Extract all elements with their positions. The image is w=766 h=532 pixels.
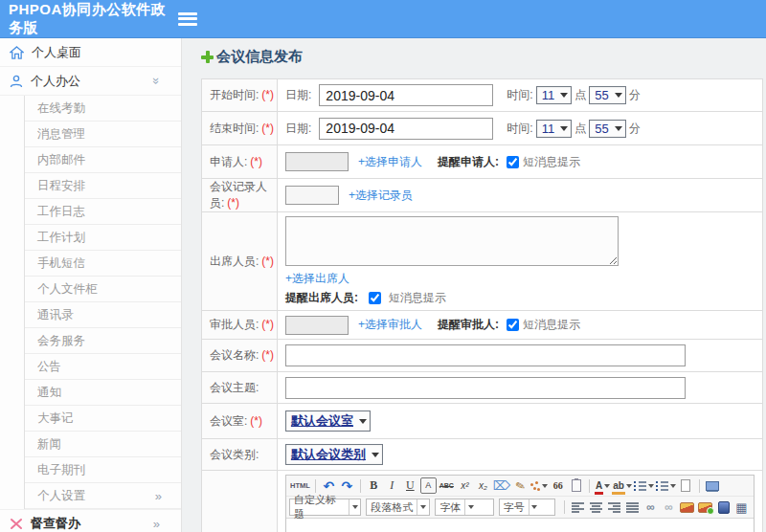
paste-icon[interactable] bbox=[568, 477, 584, 494]
sidebar-item-messages[interactable]: 消息管理 bbox=[25, 122, 181, 147]
insert-media-button[interactable] bbox=[715, 499, 732, 516]
sidebar-item-label: 督查督办 bbox=[31, 515, 80, 532]
highlight-color-button[interactable]: ab bbox=[613, 477, 632, 494]
menu-toggle-icon[interactable] bbox=[178, 12, 197, 26]
sidebar-item-work-plan[interactable]: 工作计划 bbox=[25, 225, 181, 251]
sidebar-item-label: 消息管理 bbox=[37, 126, 85, 143]
start-date-input[interactable] bbox=[319, 84, 493, 106]
superscript-button[interactable]: x² bbox=[457, 477, 473, 494]
sidebar-item-news[interactable]: 新闻 bbox=[25, 432, 181, 457]
spray-dots-icon bbox=[530, 481, 540, 491]
app-header: PHPOA协同办公软件政务版 bbox=[0, 0, 766, 38]
select-value: 自定义标题 bbox=[294, 493, 345, 521]
end-minute-select[interactable]: 55 bbox=[589, 120, 625, 138]
insert-table-icon[interactable]: ▦ bbox=[733, 499, 750, 516]
align-right-button[interactable] bbox=[606, 499, 622, 516]
font-size-select[interactable]: 字号 bbox=[499, 499, 555, 516]
sidebar-item-supervision[interactable]: 督查督办 » bbox=[0, 509, 181, 532]
sidebar-item-personal-settings[interactable]: 个人设置» bbox=[25, 483, 181, 509]
sms-label: 短消息提示 bbox=[389, 291, 446, 304]
choose-approver-link[interactable]: +选择审批人 bbox=[358, 317, 422, 333]
align-justify-button[interactable] bbox=[624, 499, 641, 516]
sidebar-item-sms[interactable]: 手机短信 bbox=[25, 251, 181, 277]
sidebar-item-internal-mail[interactable]: 内部邮件 bbox=[25, 147, 181, 173]
format-painter-icon[interactable] bbox=[530, 477, 548, 494]
approver-input[interactable] bbox=[285, 316, 349, 335]
sidebar-item-contacts[interactable]: 通讯录 bbox=[25, 302, 181, 328]
editor-content-area[interactable] bbox=[286, 519, 754, 532]
choose-recorder-link[interactable]: +选择记录员 bbox=[349, 188, 413, 204]
italic-button[interactable]: I bbox=[384, 477, 400, 494]
font-color-button[interactable]: A bbox=[595, 477, 611, 494]
meeting-subject-input[interactable] bbox=[285, 377, 686, 399]
remove-link-icon[interactable]: ∞ bbox=[661, 499, 677, 516]
char-border-button[interactable]: A bbox=[420, 477, 437, 494]
remind-applicant-label: 提醒申请人: bbox=[438, 154, 499, 170]
sidebar-item-label: 个人文件柜 bbox=[37, 281, 98, 298]
upload-image-button[interactable] bbox=[697, 499, 713, 516]
start-hour-select[interactable]: 11 bbox=[536, 86, 573, 104]
blockquote-button[interactable]: 66 bbox=[550, 477, 566, 494]
bullet-list-button[interactable] bbox=[656, 477, 676, 494]
applicant-input[interactable] bbox=[285, 152, 349, 171]
approver-sms-checkbox[interactable] bbox=[507, 319, 519, 331]
meeting-category-select[interactable]: 默认会议类别 bbox=[285, 444, 383, 465]
remove-format-icon[interactable]: ⌦ bbox=[493, 477, 510, 494]
end-date-input[interactable] bbox=[319, 118, 493, 140]
undo-icon[interactable]: ↶ bbox=[321, 477, 337, 494]
html-source-button[interactable]: HTML bbox=[290, 477, 310, 494]
sidebar-item-schedule[interactable]: 日程安排 bbox=[25, 173, 181, 199]
format-brush-icon[interactable]: ✎ bbox=[510, 476, 530, 496]
choose-attendee-link[interactable]: +选择出席人 bbox=[285, 272, 349, 285]
sidebar-item-attendance[interactable]: 在线考勤 bbox=[25, 96, 181, 122]
choose-applicant-link[interactable]: +选择申请人 bbox=[358, 154, 422, 170]
editor-toolbar-row2: 自定义标题 段落格式 字体 字号 ∞ ∞ bbox=[286, 497, 754, 519]
heading-style-select[interactable]: 自定义标题 bbox=[289, 499, 361, 516]
font-family-select[interactable]: 字体 bbox=[435, 499, 493, 516]
sidebar-item-events[interactable]: 大事记 bbox=[25, 406, 181, 432]
sidebar-item-announcement[interactable]: 公告 bbox=[25, 354, 181, 380]
underline-button[interactable]: U bbox=[402, 477, 418, 494]
subscript-button[interactable]: x₂ bbox=[475, 477, 491, 494]
align-left-button[interactable] bbox=[570, 499, 586, 516]
plus-icon bbox=[201, 51, 214, 63]
sidebar-item-e-journal[interactable]: 电子期刊 bbox=[25, 457, 181, 483]
paragraph-format-select[interactable]: 段落格式 bbox=[366, 499, 430, 516]
redo-icon[interactable]: ↷ bbox=[339, 477, 355, 494]
strikethrough-button[interactable]: ABC bbox=[439, 477, 455, 494]
bold-button[interactable]: B bbox=[366, 477, 382, 494]
sidebar-item-desktop[interactable]: 个人桌面 bbox=[0, 38, 181, 67]
editor-toolbar-row1: HTML ↶ ↷ B I U A ABC x² x₂ ⌦ bbox=[286, 476, 754, 497]
sidebar-item-meeting-service[interactable]: 会务服务 bbox=[25, 328, 181, 354]
sidebar-item-file-cabinet[interactable]: 个人文件柜 bbox=[25, 277, 181, 302]
sidebar-item-work-log[interactable]: 工作日志 bbox=[25, 199, 181, 225]
new-page-button[interactable] bbox=[678, 477, 694, 494]
recorder-input[interactable] bbox=[285, 186, 339, 205]
end-hour-select[interactable]: 11 bbox=[536, 120, 573, 138]
meeting-room-select[interactable]: 默认会议室 bbox=[285, 410, 371, 432]
insert-image-button[interactable] bbox=[679, 499, 695, 516]
start-minute-select[interactable]: 55 bbox=[589, 86, 625, 104]
insert-link-icon[interactable]: ∞ bbox=[642, 499, 659, 516]
required-mark: (*) bbox=[261, 88, 274, 101]
fullscreen-button[interactable] bbox=[705, 477, 721, 494]
applicant-label: 申请人: bbox=[210, 155, 247, 168]
table-row: 会议记录人员:(*) +选择记录员 bbox=[202, 179, 763, 212]
applicant-sms-checkbox[interactable] bbox=[507, 156, 519, 168]
caret-down-icon bbox=[648, 484, 654, 491]
date-label: 日期: bbox=[285, 87, 311, 103]
supervision-icon bbox=[10, 518, 23, 530]
start-time-label: 开始时间: bbox=[210, 88, 259, 101]
sidebar-item-office[interactable]: 个人办公 » bbox=[0, 67, 181, 96]
numbered-list-button[interactable] bbox=[634, 477, 654, 494]
meeting-name-input[interactable] bbox=[285, 344, 686, 366]
attendee-textarea[interactable] bbox=[285, 216, 619, 266]
highlight-icon: ab bbox=[613, 481, 624, 491]
date-label: 日期: bbox=[285, 121, 311, 137]
sidebar-item-notice[interactable]: 通知 bbox=[25, 380, 181, 406]
caret-down-icon bbox=[560, 93, 568, 101]
attendee-sms-checkbox[interactable] bbox=[369, 292, 381, 304]
align-center-button[interactable] bbox=[588, 499, 604, 516]
app-title: PHPOA协同办公软件政务版 bbox=[0, 1, 170, 37]
caret-down-icon bbox=[372, 453, 379, 461]
